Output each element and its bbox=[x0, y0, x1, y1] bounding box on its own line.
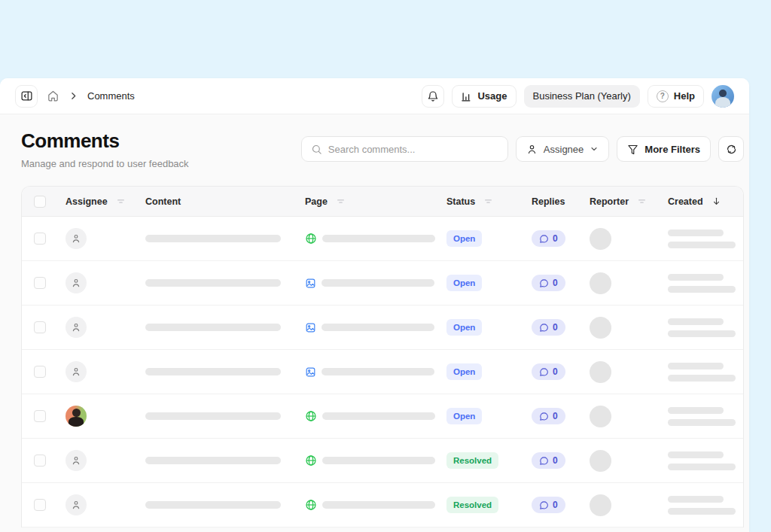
replies-badge[interactable]: 0 bbox=[532, 230, 565, 247]
breadcrumb[interactable]: Comments bbox=[87, 90, 135, 102]
replies-count: 0 bbox=[553, 411, 558, 421]
reporter-avatar-skeleton bbox=[590, 406, 611, 427]
assignee-avatar-placeholder bbox=[66, 450, 87, 471]
more-filters-label: More Filters bbox=[645, 144, 700, 155]
page-skeleton bbox=[322, 457, 435, 464]
replies-badge[interactable]: 0 bbox=[532, 319, 565, 336]
created-time-skeleton bbox=[668, 508, 736, 515]
filter-icon[interactable] bbox=[116, 196, 126, 206]
created-date-skeleton bbox=[668, 451, 724, 458]
reporter-avatar-skeleton bbox=[590, 272, 611, 294]
row-checkbox[interactable] bbox=[34, 499, 46, 511]
assignee-avatar-placeholder bbox=[66, 228, 87, 249]
assignee-avatar-placeholder bbox=[66, 317, 87, 338]
replies-count: 0 bbox=[553, 278, 558, 288]
replies-count: 0 bbox=[553, 233, 558, 244]
replies-badge[interactable]: 0 bbox=[532, 497, 565, 513]
home-icon[interactable] bbox=[47, 90, 59, 102]
row-checkbox[interactable] bbox=[34, 454, 46, 467]
chat-bubble-icon bbox=[539, 500, 549, 510]
created-date-skeleton bbox=[668, 496, 724, 503]
content-skeleton bbox=[145, 324, 281, 331]
page-skeleton bbox=[322, 501, 435, 509]
column-header-assignee[interactable]: Assignee bbox=[66, 196, 145, 207]
page-title: Comments bbox=[21, 129, 189, 153]
row-checkbox[interactable] bbox=[34, 277, 46, 289]
chat-bubble-icon bbox=[539, 234, 549, 244]
chat-bubble-icon bbox=[539, 456, 549, 466]
select-all-checkbox[interactable] bbox=[34, 196, 46, 208]
table-row[interactable]: Open 0 bbox=[22, 350, 743, 394]
row-checkbox[interactable] bbox=[34, 366, 46, 378]
column-header-created[interactable]: Created bbox=[668, 196, 743, 207]
created-time-skeleton bbox=[668, 464, 736, 470]
column-header-status[interactable]: Status bbox=[446, 196, 532, 207]
funnel-icon bbox=[627, 144, 638, 155]
plan-label: Business Plan (Yearly) bbox=[533, 90, 631, 102]
status-badge: Resolved bbox=[446, 497, 498, 513]
replies-badge[interactable]: 0 bbox=[532, 408, 565, 424]
table-row[interactable]: Open 0 bbox=[22, 394, 743, 439]
chat-bubble-icon bbox=[539, 367, 549, 377]
replies-badge[interactable]: 0 bbox=[532, 275, 565, 291]
replies-badge[interactable]: 0 bbox=[532, 452, 565, 469]
user-avatar[interactable] bbox=[712, 85, 734, 108]
globe-icon bbox=[305, 454, 317, 467]
filter-icon[interactable] bbox=[637, 196, 647, 206]
notifications-button[interactable] bbox=[422, 85, 444, 108]
page-subtitle: Manage and respond to user feedback bbox=[21, 158, 189, 169]
comments-table: Assignee Content Page Status bbox=[21, 186, 744, 527]
reporter-avatar-skeleton bbox=[590, 361, 611, 383]
help-label: Help bbox=[674, 90, 695, 102]
search-box[interactable] bbox=[301, 136, 508, 162]
image-icon bbox=[305, 366, 316, 378]
replies-count: 0 bbox=[553, 500, 558, 510]
usage-label: Usage bbox=[477, 90, 507, 102]
more-filters-button[interactable]: More Filters bbox=[617, 136, 711, 162]
table-row[interactable]: Resolved 0 bbox=[22, 483, 743, 527]
plan-badge[interactable]: Business Plan (Yearly) bbox=[524, 85, 640, 108]
row-checkbox[interactable] bbox=[34, 233, 46, 245]
column-header-content[interactable]: Content bbox=[145, 196, 305, 207]
page-header: Comments Manage and respond to user feed… bbox=[21, 129, 744, 169]
replies-badge[interactable]: 0 bbox=[532, 363, 565, 380]
status-badge: Open bbox=[446, 363, 482, 380]
usage-button[interactable]: Usage bbox=[452, 85, 516, 108]
filter-icon[interactable] bbox=[483, 196, 493, 206]
bar-chart-icon bbox=[461, 90, 472, 102]
assignee-filter-dropdown[interactable]: Assignee bbox=[516, 136, 609, 162]
status-badge: Open bbox=[446, 319, 482, 336]
table-row[interactable]: Resolved 0 bbox=[22, 439, 743, 483]
column-header-page[interactable]: Page bbox=[305, 196, 446, 207]
status-badge: Open bbox=[446, 408, 482, 424]
refresh-icon bbox=[726, 144, 737, 155]
page-content: Comments Manage and respond to user feed… bbox=[0, 114, 749, 532]
table-header-row: Assignee Content Page Status bbox=[22, 187, 743, 217]
created-date-skeleton bbox=[668, 363, 724, 369]
sidebar-toggle-button[interactable] bbox=[15, 85, 38, 108]
main-panel: Comments Usage Business Plan (Yea bbox=[0, 78, 749, 532]
row-checkbox[interactable] bbox=[34, 321, 46, 333]
table-row[interactable]: Open 0 bbox=[22, 217, 743, 261]
status-badge: Open bbox=[446, 230, 482, 247]
page: { "topbar": { "breadcrumb": "Comments", … bbox=[0, 0, 771, 532]
column-header-reporter[interactable]: Reporter bbox=[590, 196, 668, 207]
refresh-button[interactable] bbox=[718, 136, 744, 162]
reporter-avatar-skeleton bbox=[590, 228, 611, 250]
image-icon bbox=[305, 278, 316, 289]
search-input[interactable] bbox=[328, 144, 498, 155]
row-checkbox[interactable] bbox=[34, 410, 46, 422]
search-icon bbox=[311, 144, 322, 155]
table-row[interactable]: Open 0 bbox=[22, 306, 743, 350]
user-icon bbox=[526, 144, 538, 155]
globe-icon bbox=[305, 410, 317, 422]
table-row[interactable]: Open 0 bbox=[22, 261, 743, 306]
help-button[interactable]: ? Help bbox=[648, 85, 704, 108]
page-skeleton bbox=[322, 368, 434, 375]
chat-bubble-icon bbox=[539, 278, 549, 288]
sort-descending-icon[interactable] bbox=[712, 196, 721, 206]
column-header-replies[interactable]: Replies bbox=[532, 196, 590, 207]
page-skeleton bbox=[322, 412, 435, 420]
assignee-avatar-photo bbox=[66, 406, 87, 427]
filter-icon[interactable] bbox=[336, 196, 346, 206]
